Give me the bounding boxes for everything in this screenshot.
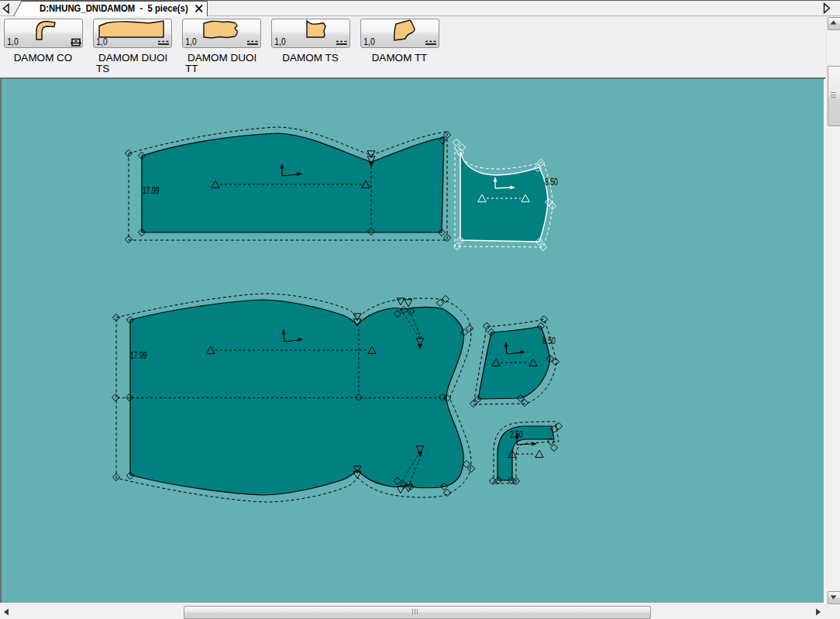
svg-text:1,0: 1,0	[363, 36, 374, 46]
svg-text:1,0: 1,0	[185, 36, 196, 46]
svg-text:1,0: 1,0	[274, 36, 285, 46]
svg-text:1,0: 1,0	[7, 36, 18, 46]
svg-text:1,0: 1,0	[96, 36, 107, 46]
